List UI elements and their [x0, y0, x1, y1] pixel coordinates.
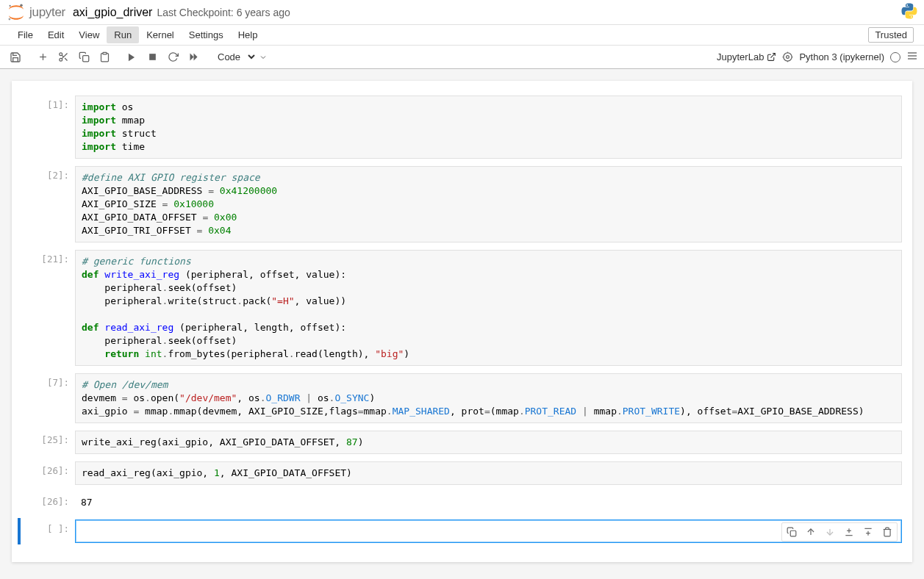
code-input[interactable]: # Open /dev/mem devmem = os.open("/dev/m… [75, 373, 902, 423]
stop-icon[interactable] [143, 48, 162, 66]
move-up-icon[interactable] [802, 524, 820, 540]
cell-type-select[interactable]: Code [210, 49, 257, 65]
code-input[interactable]: write_axi_reg(axi_gpio, AXI_GPIO_DATA_OF… [75, 431, 902, 454]
svg-point-6 [59, 58, 62, 61]
move-down-icon[interactable] [821, 524, 839, 540]
svg-point-17 [787, 56, 789, 59]
svg-rect-26 [790, 531, 796, 536]
svg-line-16 [771, 54, 776, 58]
menu-view[interactable]: View [71, 26, 107, 43]
code-cell[interactable]: [26]:read_axi_reg(axi_gpio, 1, AXI_GPIO_… [18, 460, 906, 486]
save-icon[interactable] [6, 48, 25, 66]
jupyter-icon [6, 2, 26, 23]
output-text: 87 [75, 492, 902, 512]
menu-settings[interactable]: Settings [182, 26, 231, 43]
jupyter-logo[interactable]: jupyter [6, 2, 65, 23]
open-jupyterlab-link[interactable]: JupyterLab [717, 51, 776, 62]
menu-file[interactable]: File [10, 26, 40, 43]
notebook-container: [1]:import os import mmap import struct … [0, 69, 924, 574]
svg-rect-11 [103, 52, 107, 54]
menu-bar: FileEditViewRunKernelSettingsHelp Truste… [0, 25, 924, 46]
chevron-down-icon [259, 53, 268, 62]
notebook-title[interactable]: axi_gpio_driver [73, 6, 153, 19]
paste-icon[interactable] [95, 48, 114, 66]
cell-prompt: [2]: [22, 166, 75, 242]
svg-marker-15 [193, 54, 197, 61]
code-input[interactable]: read_axi_reg(axi_gpio, 1, AXI_GPIO_DATA_… [75, 461, 902, 485]
code-cell[interactable]: [2]:#define AXI GPIO register space AXI_… [18, 165, 906, 244]
cell-prompt: [26]: [22, 461, 75, 485]
kernel-status-indicator[interactable] [890, 52, 900, 62]
menu-help[interactable]: Help [231, 26, 265, 43]
svg-marker-14 [190, 54, 193, 61]
code-input[interactable]: import os import mmap import struct impo… [75, 96, 902, 159]
svg-line-8 [65, 58, 67, 60]
code-input[interactable]: #define AXI GPIO register space AXI_GPIO… [75, 166, 902, 242]
menu-edit[interactable]: Edit [40, 26, 71, 43]
svg-point-18 [784, 53, 792, 61]
cell-toolbar [781, 522, 898, 542]
cut-icon[interactable] [54, 48, 73, 66]
code-cell[interactable]: [7]:# Open /dev/mem devmem = os.open("/d… [18, 372, 906, 425]
jupyter-brand-text: jupyter [29, 5, 65, 20]
restart-run-all-icon[interactable] [184, 48, 203, 66]
duplicate-cell-icon[interactable] [783, 524, 801, 540]
cell-prompt: [25]: [22, 431, 75, 454]
trusted-badge[interactable]: Trusted [868, 27, 914, 43]
output-prompt: [26]: [22, 492, 75, 512]
run-icon[interactable] [122, 48, 141, 66]
svg-point-2 [10, 4, 11, 6]
cell-prompt: [ ]: [22, 519, 75, 543]
menu-kernel[interactable]: Kernel [139, 26, 182, 43]
active-cell[interactable]: [ ]: [18, 518, 906, 544]
output-cell: [26]: 87 [18, 491, 906, 514]
insert-above-icon[interactable] [840, 524, 858, 540]
restart-icon[interactable] [163, 48, 182, 66]
code-input[interactable]: # generic functions def write_axi_reg (p… [75, 250, 902, 366]
code-cell[interactable]: [21]:# generic functions def write_axi_r… [18, 248, 906, 367]
notebook: [1]:import os import mmap import struct … [12, 81, 912, 562]
svg-rect-13 [149, 54, 156, 60]
hamburger-icon[interactable] [906, 50, 918, 64]
top-bar: jupyter axi_gpio_driver Last Checkpoint:… [0, 0, 924, 25]
insert-below-icon[interactable] [859, 524, 877, 540]
cell-prompt: [1]: [22, 96, 75, 159]
svg-line-9 [62, 55, 63, 57]
code-input[interactable] [75, 519, 902, 543]
svg-point-5 [59, 53, 62, 56]
code-cell[interactable]: [25]:write_axi_reg(axi_gpio, AXI_GPIO_DA… [18, 429, 906, 456]
svg-rect-10 [82, 56, 88, 62]
toolbar: Code JupyterLab Python 3 (ipykernel) [0, 46, 924, 69]
svg-point-0 [20, 4, 23, 7]
svg-point-1 [9, 18, 11, 20]
cell-prompt: [7]: [22, 373, 75, 423]
menu-run[interactable]: Run [107, 26, 139, 43]
debug-icon[interactable] [782, 51, 793, 62]
python-logo-icon [900, 2, 918, 22]
copy-icon[interactable] [74, 48, 93, 66]
kernel-name[interactable]: Python 3 (ipykernel) [799, 51, 884, 62]
code-cell[interactable]: [1]:import os import mmap import struct … [18, 94, 906, 160]
external-link-icon [767, 52, 776, 62]
checkpoint-text: Last Checkpoint: 6 years ago [157, 7, 290, 18]
cell-prompt: [21]: [22, 250, 75, 366]
delete-cell-icon[interactable] [878, 524, 896, 540]
svg-marker-12 [129, 53, 135, 61]
add-cell-icon[interactable] [33, 48, 52, 66]
